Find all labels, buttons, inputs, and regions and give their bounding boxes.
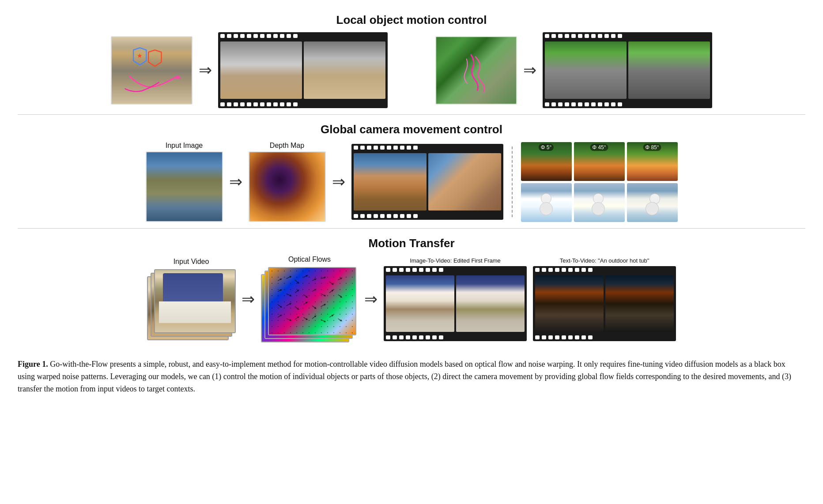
s1-film-strip [218,32,388,108]
section1-block: Local object motion control ★ [18,13,805,115]
s2-depth-col: Depth Map [249,142,326,222]
svg-line-11 [338,278,341,280]
svg-line-21 [287,304,291,306]
svg-line-14 [295,290,298,293]
svg-line-19 [338,294,341,297]
s3-optical-label: Optical Flows [288,256,331,263]
s1-right-input-image [435,36,517,105]
svg-line-5 [287,276,291,278]
s3-arrow1: ⇒ [242,291,255,307]
s2-divider [512,147,513,217]
section2-row: Input Image ⇒ Depth Map ⇒ [18,142,805,222]
svg-line-12 [278,290,281,292]
caption-text: Go-with-the-Flow presents a simple, robu… [18,360,791,393]
s2-depth-image [249,151,326,222]
s2-thumb-grid: Φ 5° Φ 45° Φ 85° [521,142,678,222]
s3-left-frame2 [456,275,525,332]
s3-film-left [384,266,527,341]
svg-line-10 [329,282,333,284]
s2-thumb-label-2: Φ 45° [590,144,608,151]
s1-frame1 [220,41,302,99]
s2-thumb-4 [521,183,572,222]
figure-caption: Figure 1. Go-with-the-Flow presents a si… [18,358,804,395]
svg-line-33 [338,319,341,321]
svg-line-30 [312,316,316,319]
svg-line-28 [295,317,298,320]
s1-frame-r2 [628,41,710,99]
svg-line-16 [312,290,316,292]
section3-title: Motion Transfer [18,237,805,250]
section2-title: Global camera movement control [18,123,805,136]
svg-line-4 [278,279,281,281]
svg-line-8 [312,279,316,281]
caption-bold: Figure 1. [18,360,48,369]
s1-input-image: ★ [111,36,193,105]
section1-row: ★ ⇒ [18,32,805,108]
s3-optical-col: Optical Flows [261,256,358,342]
s3-input-label: Input Video [174,258,209,266]
svg-line-22 [295,307,298,309]
svg-line-25 [321,305,325,307]
s1-arrow2: ⇒ [523,62,536,78]
s3-opt-top [268,267,356,335]
svg-line-18 [329,290,333,293]
s3-input-col: Input Video [147,258,235,340]
s1-arrow1: ⇒ [199,62,212,78]
svg-line-9 [321,277,325,278]
s1-frame-r1 [545,41,627,99]
section1-title: Local object motion control [18,13,805,27]
svg-line-13 [287,293,291,296]
main-container: Local object motion control ★ [18,13,805,395]
s2-thumb-6 [627,183,678,222]
s3-right-frame1 [535,275,604,332]
svg-marker-2 [148,50,161,66]
s3-film-right [533,266,676,341]
section3-row: Input Video ⇒ Optical Flo [18,256,805,342]
s2-arrow2: ⇒ [332,174,345,190]
s3-input-stack [147,267,235,340]
s2-film-strip [351,144,503,220]
s2-frame1 [354,153,427,211]
svg-line-15 [304,294,307,297]
svg-line-17 [321,293,325,296]
s2-input-label: Input Image [166,142,203,150]
s3-arrow2: ⇒ [364,291,378,307]
svg-line-24 [312,306,316,308]
s1-right-input-group [435,36,517,105]
s2-input-col: Input Image [146,142,223,222]
s3-film-right-col: Text-To-Video: "An outdoor hot tub" [533,257,676,341]
s3-sub-label-left: Image-To-Video: Edited First Frame [410,257,501,264]
s3-frame-top [154,269,236,333]
svg-line-23 [304,302,307,305]
svg-line-6 [295,280,298,283]
svg-line-29 [304,317,307,320]
s3-left-frame1 [386,275,454,332]
svg-line-27 [287,319,291,320]
s2-thumb-label-3: Φ 85° [643,144,661,151]
s2-depth-label: Depth Map [270,142,304,150]
s2-thumb-label-1: Φ 5° [539,144,554,151]
s2-thumb-5 [574,183,625,222]
s2-thumb-1: Φ 5° [521,142,572,181]
s2-thumb-3: Φ 85° [627,142,678,181]
svg-line-31 [321,320,325,322]
s2-frame2 [428,153,501,211]
svg-line-7 [304,276,307,278]
svg-line-32 [329,315,333,317]
s2-thumb-2: Φ 45° [574,142,625,181]
section3-block: Motion Transfer Input Video [18,237,805,349]
svg-line-26 [278,315,281,317]
s3-optical-stack [261,265,358,342]
s2-arrow1: ⇒ [229,174,242,190]
s3-right-frame2 [605,275,674,332]
s2-input-image [146,151,223,222]
s1-frame2 [304,41,385,99]
s3-film-left-col: Image-To-Video: Edited First Frame [384,257,527,341]
svg-line-20 [278,305,281,307]
section2-block: Global camera movement control Input Ima… [18,123,805,229]
s1-film-strip-right [543,32,712,108]
s1-left-group: ★ [111,36,193,105]
svg-text:★: ★ [137,52,143,59]
s3-sub-label-right: Text-To-Video: "An outdoor hot tub" [560,257,649,264]
